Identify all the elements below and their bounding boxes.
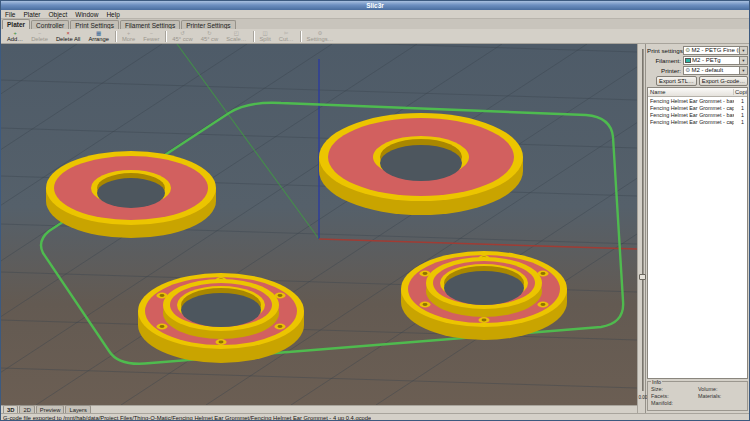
toolbar-add-button[interactable]: + Add… <box>3 30 27 43</box>
toolbar-separator <box>300 31 301 42</box>
tab-printer-settings[interactable]: Printer Settings <box>181 20 235 29</box>
toolbar-arrange-button[interactable]: ▦ Arrange <box>84 30 113 43</box>
toolbar-rotate-ccw-label: 45° ccw <box>172 36 192 43</box>
info-manifold-label: Manifold: <box>651 400 698 407</box>
view-tab-2d[interactable]: 2D <box>19 405 34 413</box>
toolbar-more-button[interactable]: + More <box>118 30 139 43</box>
table-row[interactable]: Fencing Helmet Ear Grommet - cap.stl 1 <box>648 104 747 111</box>
info-box: Info Size: Volume: Facets: Materials: Ma… <box>647 381 748 411</box>
object-name: Fencing Helmet Ear Grommet - base.stl <box>648 98 734 104</box>
view-tab-layers[interactable]: Layers <box>65 405 90 413</box>
object-name: Fencing Helmet Ear Grommet - base.stl <box>648 112 734 118</box>
printer-label: Printer: <box>647 67 683 74</box>
table-row[interactable]: Fencing Helmet Ear Grommet - base.stl 1 <box>648 97 747 104</box>
chevron-down-icon[interactable]: ▾ <box>739 57 747 64</box>
view-tabbar: 3D 2D Preview Layers <box>1 405 637 413</box>
object-copies: 1 <box>734 98 747 104</box>
printer-combo[interactable]: ⚙ M2 - default ▾ <box>683 66 748 75</box>
toolbar-more-label: More <box>122 36 135 43</box>
print-settings-label: Print settings: <box>647 47 683 54</box>
filament-row: Filament: M2 - PETg ▾ <box>647 55 748 65</box>
model-grommet-base-top-right[interactable] <box>319 113 523 215</box>
toolbar-scale-label: Scale… <box>226 36 246 43</box>
toolbar-rotate-ccw-button[interactable]: ↺ 45° ccw <box>168 30 196 43</box>
print-settings-value: M2 - PETG Fine (modified) <box>690 47 739 53</box>
printer-value: M2 - default <box>690 67 739 73</box>
toolbar-delete-label: Delete <box>31 36 48 43</box>
window-title: Slic3r <box>366 2 384 9</box>
scene-3d[interactable] <box>1 44 637 405</box>
toolbar-separator <box>115 31 116 42</box>
object-name: Fencing Helmet Ear Grommet - cap.stl <box>648 105 734 111</box>
menubar: File Plater Object Window Help <box>1 10 749 19</box>
info-fields: Size: Volume: Facets: Materials: Manifol… <box>648 382 747 407</box>
export-gcode-button[interactable]: Export G-code… <box>699 76 748 86</box>
info-box-title: Info <box>651 379 662 385</box>
tab-print-settings[interactable]: Print Settings <box>70 20 119 29</box>
object-list-header[interactable]: Name Copi <box>648 88 747 97</box>
viewport-3d[interactable] <box>1 44 637 405</box>
table-row[interactable]: Fencing Helmet Ear Grommet - base.stl 1 <box>648 111 747 118</box>
menu-file[interactable]: File <box>1 11 19 18</box>
tab-controller[interactable]: Controller <box>31 20 69 29</box>
toolbar-split-button[interactable]: ◫ Split <box>256 30 275 43</box>
right-panel: Print settings: ⚙ M2 - PETG Fine (modifi… <box>645 44 749 413</box>
toolbar-scale-button[interactable]: ◰ Scale… <box>222 30 250 43</box>
object-copies: 1 <box>734 112 747 118</box>
model-grommet-cap-bottom-left[interactable] <box>138 273 304 363</box>
info-facets-label: Facets: <box>651 393 698 400</box>
object-copies: 1 <box>734 105 747 111</box>
toolbar-split-label: Split <box>260 36 271 43</box>
toolbar-fewer-label: Fewer <box>143 36 159 43</box>
toolbar-rotate-cw-button[interactable]: ↻ 45° cw <box>197 30 222 43</box>
toolbar-settings-label: Settings… <box>307 36 334 43</box>
object-copies: 1 <box>734 119 747 125</box>
table-row[interactable]: Fencing Helmet Ear Grommet - cap.stl 1 <box>648 118 747 125</box>
menu-window[interactable]: Window <box>71 11 102 18</box>
tab-plater[interactable]: Plater <box>2 19 30 29</box>
view-tab-3d[interactable]: 3D <box>3 405 18 413</box>
toolbar-arrange-label: Arrange <box>88 36 109 43</box>
toolbar-add-label: Add… <box>7 36 23 43</box>
column-header-copies[interactable]: Copi <box>734 89 747 95</box>
model-grommet-base-top-left[interactable] <box>46 151 216 238</box>
toolbar-separator <box>253 31 254 42</box>
titlebar[interactable]: Slic3r <box>1 1 749 10</box>
toolbar-rotate-cw-label: 45° cw <box>201 36 218 43</box>
menu-plater[interactable]: Plater <box>19 11 44 18</box>
object-list[interactable]: Name Copi Fencing Helmet Ear Grommet - b… <box>647 87 748 379</box>
info-size-label: Size: <box>651 386 698 393</box>
export-buttons-row: Export STL… Export G-code… <box>647 76 748 86</box>
toolbar-cut-button[interactable]: ✂ Cut… <box>275 30 298 43</box>
column-header-name[interactable]: Name <box>648 89 734 95</box>
toolbar-delete-all-button[interactable]: × Delete All <box>52 30 85 43</box>
model-grommet-cap-bottom-right[interactable] <box>401 251 567 340</box>
viewport-column: 3D 2D Preview Layers <box>1 44 637 413</box>
chevron-down-icon[interactable]: ▾ <box>739 47 747 54</box>
main-tabbar: Plater Controller Print Settings Filamen… <box>1 19 749 29</box>
toolbar-delete-button[interactable]: − Delete <box>27 30 52 43</box>
layer-slider[interactable]: 0.00 <box>637 44 645 413</box>
slider-track[interactable] <box>642 49 644 391</box>
main-area: 3D 2D Preview Layers 0.00 Print settings… <box>1 44 749 413</box>
export-stl-button[interactable]: Export STL… <box>656 76 697 86</box>
object-name: Fencing Helmet Ear Grommet - cap.stl <box>648 119 734 125</box>
view-tab-preview[interactable]: Preview <box>36 405 65 413</box>
filament-combo[interactable]: M2 - PETg ▾ <box>683 56 748 65</box>
toolbar-settings-button[interactable]: ⚙ Settings… <box>303 30 338 43</box>
slider-handle[interactable] <box>639 274 646 280</box>
tab-filament-settings[interactable]: Filament Settings <box>120 20 180 29</box>
menu-object[interactable]: Object <box>44 11 71 18</box>
toolbar-separator <box>165 31 166 42</box>
toolbar-fewer-button[interactable]: − Fewer <box>139 30 163 43</box>
info-materials-label: Materials: <box>698 393 745 400</box>
menu-help[interactable]: Help <box>102 11 123 18</box>
chevron-down-icon[interactable]: ▾ <box>739 67 747 74</box>
printer-row: Printer: ⚙ M2 - default ▾ <box>647 65 748 75</box>
print-settings-combo[interactable]: ⚙ M2 - PETG Fine (modified) ▾ <box>683 46 748 55</box>
statusbar: G-code file exported to /mnt/hab/data/Pr… <box>1 413 749 421</box>
filament-value: M2 - PETg <box>691 57 739 63</box>
status-message: G-code file exported to /mnt/hab/data/Pr… <box>1 415 371 421</box>
toolbar-delete-all-label: Delete All <box>56 36 81 43</box>
toolbar-cut-label: Cut… <box>279 36 294 43</box>
